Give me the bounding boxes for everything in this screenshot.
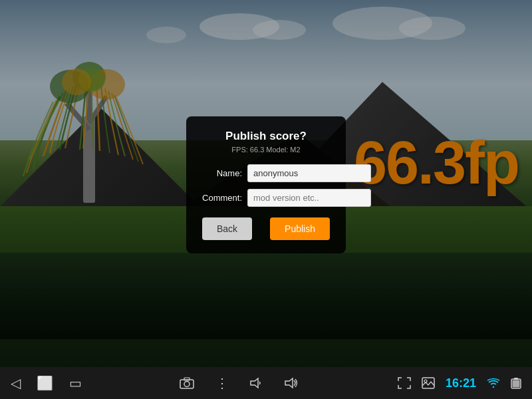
wifi-nav-icon: [487, 378, 500, 388]
system-time: 16:21: [446, 376, 476, 390]
nav-right-controls: 16:21: [398, 376, 521, 390]
svg-marker-12: [251, 378, 258, 388]
camera-nav-icon[interactable]: [180, 377, 194, 389]
svg-marker-13: [285, 378, 293, 388]
menu-nav-icon[interactable]: ⋮: [215, 375, 229, 391]
publish-button[interactable]: Publish: [270, 217, 330, 240]
svg-rect-11: [184, 378, 190, 380]
dialog-overlay: Publish score? FPS: 66.3 Model: M2 Name:…: [0, 0, 532, 369]
comment-label: Comment:: [202, 193, 242, 203]
name-input[interactable]: [247, 164, 371, 182]
name-field-row: Name:: [202, 164, 330, 182]
dialog-title: Publish score?: [202, 130, 330, 143]
battery-nav-icon: [511, 377, 521, 389]
comment-field-row: Comment:: [202, 189, 330, 207]
svg-point-10: [184, 382, 190, 387]
svg-rect-18: [512, 380, 519, 388]
scene-background: 66.3fp Publish score? FPS: 66.3 Model: M…: [0, 0, 532, 369]
back-button[interactable]: Back: [202, 217, 252, 240]
publish-dialog: Publish score? FPS: 66.3 Model: M2 Name:…: [186, 116, 346, 253]
dialog-buttons: Back Publish: [202, 217, 330, 240]
svg-rect-17: [514, 378, 518, 380]
vol-down-nav-icon[interactable]: [250, 377, 263, 389]
vol-up-nav-icon[interactable]: [285, 377, 299, 389]
dialog-subtitle: FPS: 66.3 Model: M2: [202, 146, 330, 154]
back-nav-icon[interactable]: ◁: [11, 375, 21, 391]
home-nav-icon[interactable]: ⬜: [37, 375, 53, 391]
expand-nav-icon[interactable]: [398, 377, 411, 389]
nav-center-controls: ⋮: [180, 375, 299, 391]
nav-left-controls: ◁ ⬜ ▭: [11, 375, 82, 391]
image-nav-icon[interactable]: [422, 377, 435, 389]
recents-nav-icon[interactable]: ▭: [69, 375, 82, 391]
navigation-bar: ◁ ⬜ ▭ ⋮: [0, 367, 532, 399]
name-label: Name:: [202, 168, 242, 178]
comment-input[interactable]: [247, 189, 371, 207]
